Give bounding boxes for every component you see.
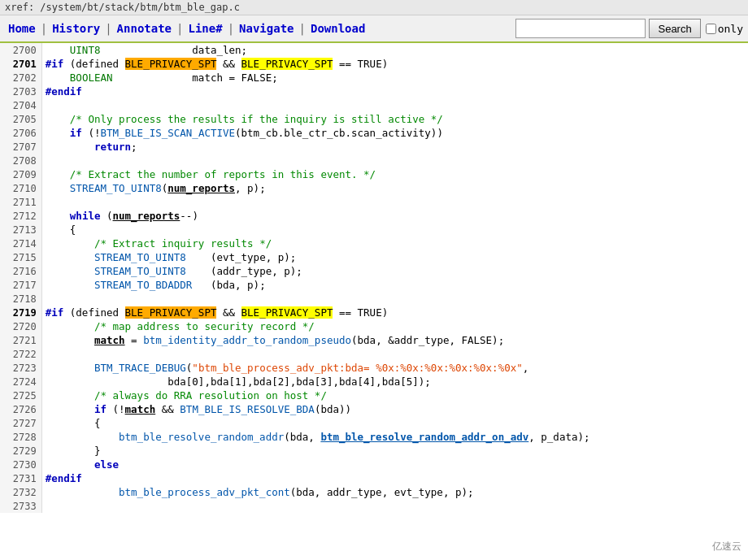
code-content — [41, 347, 748, 361]
search-input[interactable] — [515, 19, 646, 38]
line-num[interactable]: 2717 — [0, 278, 41, 292]
nav-sep-5: | — [298, 22, 307, 35]
line-num[interactable]: 2700 — [0, 43, 41, 57]
table-row: 2730 else — [0, 458, 748, 471]
table-row: 2704 — [0, 98, 748, 112]
code-content: STREAM_TO_UINT8 (addr_type, p); — [41, 264, 748, 278]
filepath-text: xref: /system/bt/stack/btm/btm_ble_gap.c — [5, 2, 240, 13]
line-num[interactable]: 2703 — [0, 85, 41, 98]
nav-sep-2: | — [103, 22, 113, 35]
line-num[interactable]: 2701 — [0, 57, 41, 71]
line-num[interactable]: 2725 — [0, 389, 41, 402]
only-text: only — [718, 23, 743, 35]
line-num[interactable]: 2709 — [0, 167, 41, 181]
nav-lineno[interactable]: Line# — [185, 20, 225, 37]
line-num[interactable]: 2728 — [0, 430, 41, 444]
table-row: 2703 #endif — [0, 85, 748, 98]
nav-navigate[interactable]: Navigate — [236, 20, 297, 37]
line-num[interactable]: 2727 — [0, 416, 41, 430]
line-num[interactable]: 2719 — [0, 306, 41, 319]
line-num[interactable]: 2702 — [0, 71, 41, 85]
line-num[interactable]: 2708 — [0, 154, 41, 167]
table-row: 2705 /* Only process the results if the … — [0, 112, 748, 126]
line-num[interactable]: 2712 — [0, 209, 41, 223]
line-num[interactable]: 2705 — [0, 112, 41, 126]
table-row: 2706 if (!BTM_BLE_IS_SCAN_ACTIVE(btm_cb.… — [0, 126, 748, 140]
code-content: #endif — [41, 471, 748, 485]
line-num[interactable]: 2706 — [0, 126, 41, 140]
code-content — [41, 292, 748, 306]
table-row: 2732 btm_ble_process_adv_pkt_cont(bda, a… — [0, 485, 748, 499]
line-num[interactable]: 2713 — [0, 223, 41, 237]
table-row: 2702 BOOLEAN match = FALSE; — [0, 71, 748, 85]
code-content — [41, 154, 748, 167]
code-content — [41, 98, 748, 112]
table-row: 2709 /* Extract the number of reports in… — [0, 167, 748, 181]
filepath-bar: xref: /system/bt/stack/btm/btm_ble_gap.c — [0, 0, 748, 15]
line-num[interactable]: 2716 — [0, 264, 41, 278]
table-row: 2721 match = btm_identity_addr_to_random… — [0, 333, 748, 347]
code-content: if (!match && BTM_BLE_IS_RESOLVE_BDA(bda… — [41, 402, 748, 416]
nav-home[interactable]: Home — [5, 20, 39, 37]
table-row: 2719 #if (defined BLE_PRIVACY_SPT && BLE… — [0, 306, 748, 319]
line-num[interactable]: 2707 — [0, 140, 41, 154]
code-content: /* Extract the number of reports in this… — [41, 167, 748, 181]
table-row: 2716 STREAM_TO_UINT8 (addr_type, p); — [0, 264, 748, 278]
code-content: #endif — [41, 85, 748, 98]
line-num[interactable]: 2710 — [0, 181, 41, 195]
line-num[interactable]: 2729 — [0, 444, 41, 458]
table-row: 2713 { — [0, 223, 748, 237]
code-table: 2700 UINT8 data_len; 2701 #if (defined B… — [0, 43, 748, 513]
code-content: #if (defined BLE_PRIVACY_SPT && BLE_PRIV… — [41, 306, 748, 319]
table-row: 2712 while (num_reports--) — [0, 209, 748, 223]
code-content: BTM_TRACE_DEBUG("btm_ble_process_adv_pkt… — [41, 361, 748, 375]
line-num[interactable]: 2714 — [0, 237, 41, 250]
line-num[interactable]: 2730 — [0, 458, 41, 471]
nav-annotate[interactable]: Annotate — [114, 20, 175, 37]
line-num[interactable]: 2723 — [0, 361, 41, 375]
table-row: 2711 — [0, 195, 748, 209]
line-num[interactable]: 2718 — [0, 292, 41, 306]
code-content: while (num_reports--) — [41, 209, 748, 223]
nav-history[interactable]: History — [49, 20, 103, 37]
table-row: 2731 #endif — [0, 471, 748, 485]
table-row: 2710 STREAM_TO_UINT8(num_reports, p); — [0, 181, 748, 195]
table-row: 2724 bda[0],bda[1],bda[2],bda[3],bda[4],… — [0, 375, 748, 389]
nav-bar: Home | History | Annotate | Line# | Navi… — [0, 15, 748, 43]
code-content: STREAM_TO_BDADDR (bda, p); — [41, 278, 748, 292]
line-num[interactable]: 2732 — [0, 485, 41, 499]
code-content — [41, 499, 748, 513]
search-button[interactable]: Search — [649, 19, 700, 38]
code-content: UINT8 data_len; — [41, 43, 748, 57]
only-checkbox[interactable] — [706, 24, 716, 34]
table-row: 2729 } — [0, 444, 748, 458]
line-num[interactable]: 2704 — [0, 98, 41, 112]
table-row: 2700 UINT8 data_len; — [0, 43, 748, 57]
table-row: 2722 — [0, 347, 748, 361]
line-num[interactable]: 2720 — [0, 319, 41, 333]
line-num[interactable]: 2711 — [0, 195, 41, 209]
table-row: 2708 — [0, 154, 748, 167]
code-area: 2700 UINT8 data_len; 2701 #if (defined B… — [0, 43, 748, 513]
nav-download[interactable]: Download — [307, 20, 368, 37]
code-content: bda[0],bda[1],bda[2],bda[3],bda[4],bda[5… — [41, 375, 748, 389]
code-content: #if (defined BLE_PRIVACY_SPT && BLE_PRIV… — [41, 57, 748, 71]
code-content: else — [41, 458, 748, 471]
code-content: } — [41, 444, 748, 458]
line-num[interactable]: 2733 — [0, 499, 41, 513]
code-content: { — [41, 223, 748, 237]
table-row: 2707 return; — [0, 140, 748, 154]
code-content: btm_ble_resolve_random_addr(bda, btm_ble… — [41, 430, 748, 444]
line-num[interactable]: 2731 — [0, 471, 41, 485]
line-num[interactable]: 2715 — [0, 250, 41, 264]
code-content: /* Extract inquiry results */ — [41, 237, 748, 250]
nav-sep-3: | — [175, 22, 185, 35]
code-content: if (!BTM_BLE_IS_SCAN_ACTIVE(btm_cb.ble_c… — [41, 126, 748, 140]
table-row: 2725 /* always do RRA resolution on host… — [0, 389, 748, 402]
line-num[interactable]: 2721 — [0, 333, 41, 347]
line-num[interactable]: 2726 — [0, 402, 41, 416]
code-content: match = btm_identity_addr_to_random_pseu… — [41, 333, 748, 347]
line-num[interactable]: 2722 — [0, 347, 41, 361]
line-num[interactable]: 2724 — [0, 375, 41, 389]
table-row: 2717 STREAM_TO_BDADDR (bda, p); — [0, 278, 748, 292]
